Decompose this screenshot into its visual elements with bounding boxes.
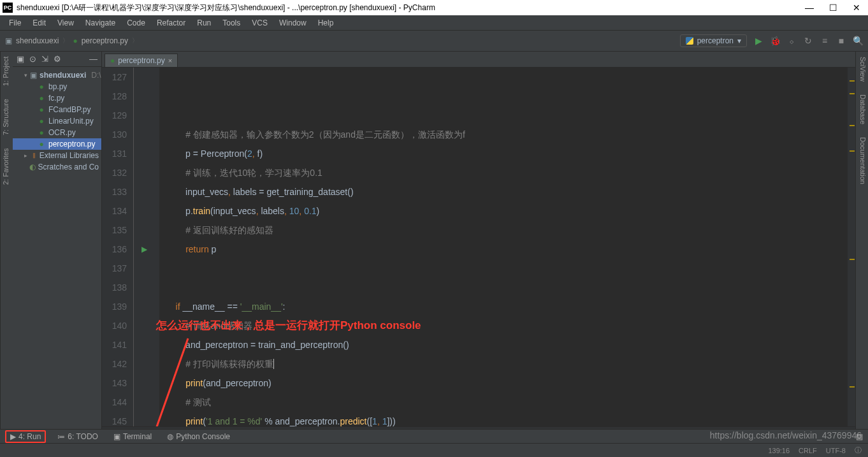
code-area[interactable]: # 创建感知器，输入参数个数为2（因为and是二元函数），激活函数为f p = … <box>159 68 855 426</box>
tooltip-icon[interactable]: ⓘ <box>855 446 862 455</box>
tree-file[interactable]: ●fc.py <box>13 92 101 104</box>
coverage-button[interactable]: ⬦ <box>786 36 797 46</box>
terminal-icon: ▣ <box>113 432 120 441</box>
menu-help[interactable]: Help <box>314 17 338 29</box>
debug-button[interactable]: 🐞 <box>770 36 780 46</box>
tree-file-selected[interactable]: ●perceptron.py <box>13 138 101 150</box>
menu-code[interactable]: Code <box>123 17 149 29</box>
run-config-select[interactable]: perceptron ▾ <box>680 34 747 47</box>
bottom-todo-button[interactable]: ≔6: TODO <box>54 432 102 442</box>
tree-file[interactable]: ●LinearUnit.py <box>13 115 101 127</box>
tree-external-libs[interactable]: ▸⦀External Libraries <box>13 150 101 161</box>
project-tree[interactable]: ▾ ▣ shenduxuexi D:\ ●bp.py ●fc.py ●FCand… <box>13 67 101 175</box>
breadcrumb: ▣ shenduxuexi 〉 ● perceptron.py 〉 <box>5 36 138 45</box>
minimap[interactable] <box>848 68 855 426</box>
minimize-button[interactable]: — <box>805 3 814 13</box>
editor-tab-label: perceptron.py <box>118 56 164 65</box>
maximize-button[interactable]: ☐ <box>829 3 837 13</box>
menubar: File Edit View Navigate Code Refactor Ru… <box>0 15 868 31</box>
chevron-down-icon: ▾ <box>24 72 27 78</box>
project-view-icon[interactable]: ▣ <box>17 54 24 64</box>
menu-vcs[interactable]: VCS <box>248 17 271 29</box>
menu-run[interactable]: Run <box>193 17 215 29</box>
tree-file[interactable]: ●FCandBP.py <box>13 104 101 115</box>
tree-file[interactable]: ●bp.py <box>13 81 101 92</box>
menu-view[interactable]: View <box>54 17 78 29</box>
python-file-icon: ● <box>37 105 46 114</box>
python-file-icon: ● <box>37 117 46 126</box>
chevron-down-icon: ▾ <box>737 36 741 45</box>
tree-root-label: shenduxuexi <box>40 71 86 80</box>
python-file-icon: ● <box>73 36 77 45</box>
gear-icon[interactable]: ⚙ <box>54 54 61 64</box>
line-separator[interactable]: CRLF <box>799 447 817 454</box>
run-button[interactable]: ▶ <box>753 36 763 46</box>
play-icon: ▶ <box>10 432 16 441</box>
menu-tools[interactable]: Tools <box>219 17 244 29</box>
scratches-icon: ◐ <box>29 163 36 171</box>
bottom-terminal-button[interactable]: ▣Terminal <box>110 432 156 442</box>
close-icon[interactable]: × <box>168 57 172 64</box>
window-title: shenduxuexi [D:\A研一课程\机器学习\深度学习\深度学习对应练习… <box>17 3 805 13</box>
bottom-python-console-button[interactable]: ◍Python Console <box>163 432 234 442</box>
folder-icon: ▣ <box>5 36 12 45</box>
chevron-right-icon: 〉 <box>62 36 69 45</box>
tree-root[interactable]: ▾ ▣ shenduxuexi D:\ <box>13 69 101 81</box>
tree-scratches[interactable]: ◐Scratches and Co <box>13 161 101 173</box>
editor-tab[interactable]: ● perceptron.py × <box>105 54 178 67</box>
status-bar: 139:16 CRLF UTF-8 ⓘ <box>0 443 868 457</box>
python-icon: ◍ <box>167 432 173 441</box>
profile-button[interactable]: ↻ <box>803 36 813 46</box>
python-file-icon: ● <box>110 56 115 65</box>
list-icon: ≔ <box>57 432 65 441</box>
python-file-icon: ● <box>37 140 46 149</box>
caret-position[interactable]: 139:16 <box>768 447 790 454</box>
library-icon: ⦀ <box>31 151 37 160</box>
editor-area: ● perceptron.py × 1271281291301311321331… <box>102 52 855 439</box>
left-tool-strip: 2: Favorites 7: Structure 1: Project <box>0 52 13 439</box>
tree-file[interactable]: ●OCR.py <box>13 127 101 138</box>
menu-refactor[interactable]: Refactor <box>153 17 189 29</box>
code-editor[interactable]: 1271281291301311321331341351361371381391… <box>102 68 855 426</box>
menu-window[interactable]: Window <box>275 17 310 29</box>
right-tool-strip: SciView Database Documentation <box>855 52 868 439</box>
menu-edit[interactable]: Edit <box>29 17 50 29</box>
titlebar: PC shenduxuexi [D:\A研一课程\机器学习\深度学习\深度学习对… <box>0 0 868 15</box>
editor-tab-bar: ● perceptron.py × <box>102 52 855 68</box>
left-tab-structure[interactable]: 7: Structure <box>2 99 11 135</box>
file-encoding[interactable]: UTF-8 <box>826 447 846 454</box>
python-file-icon: ● <box>37 128 46 137</box>
stop-button[interactable]: ■ <box>836 36 846 46</box>
collapse-icon[interactable]: ⇲ <box>41 54 48 64</box>
python-file-icon: ● <box>37 82 46 91</box>
line-number-gutter: 1271281291301311321331341351361371381391… <box>102 68 134 426</box>
menu-navigate[interactable]: Navigate <box>82 17 119 29</box>
python-icon <box>686 37 693 45</box>
right-tab-documentation[interactable]: Documentation <box>857 137 867 184</box>
run-config-label: perceptron <box>697 36 734 45</box>
python-file-icon: ● <box>37 94 46 103</box>
left-tab-favorites[interactable]: 2: Favorites <box>2 148 11 184</box>
concurrency-button[interactable]: ≡ <box>820 36 830 46</box>
breadcrumb-file[interactable]: perceptron.py <box>82 36 128 45</box>
chevron-right-icon: 〉 <box>132 36 138 45</box>
project-panel-toolbar: ▣ ⊙ ⇲ ⚙ — <box>13 52 101 67</box>
search-button[interactable]: 🔍 <box>853 36 863 46</box>
target-icon[interactable]: ⊙ <box>29 54 36 64</box>
app-icon: PC <box>3 3 13 13</box>
hide-icon[interactable]: — <box>89 54 98 64</box>
toolbar: ▣ shenduxuexi 〉 ● perceptron.py 〉 percep… <box>0 31 868 52</box>
run-gutter[interactable]: ▶ <box>134 68 159 426</box>
right-tab-database[interactable]: Database <box>857 94 867 124</box>
left-tab-project[interactable]: 1: Project <box>2 57 11 86</box>
right-tab-sciview[interactable]: SciView <box>857 57 867 82</box>
bottom-run-button[interactable]: ▶4: Run <box>5 430 46 443</box>
watermark: https://blog.csdn.net/weixin_43769946 <box>710 430 862 440</box>
chevron-right-icon: ▸ <box>24 152 29 159</box>
breadcrumb-project[interactable]: shenduxuexi <box>16 36 59 45</box>
project-panel: ▣ ⊙ ⇲ ⚙ — ▾ ▣ shenduxuexi D:\ ●bp.py ●fc… <box>13 52 102 439</box>
menu-file[interactable]: File <box>5 17 25 29</box>
tree-root-hint: D:\ <box>91 71 101 80</box>
folder-icon: ▣ <box>30 71 37 80</box>
close-button[interactable]: ✕ <box>853 3 860 13</box>
